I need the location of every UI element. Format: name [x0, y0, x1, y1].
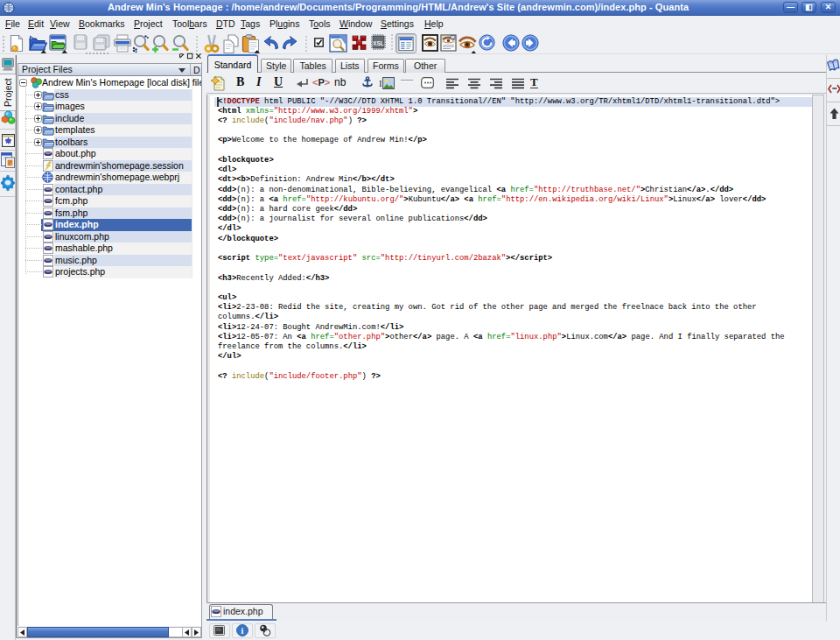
svg-text:i: i	[242, 626, 244, 636]
svg-text:XSL: XSL	[373, 40, 384, 46]
svg-text:I: I	[379, 78, 382, 88]
